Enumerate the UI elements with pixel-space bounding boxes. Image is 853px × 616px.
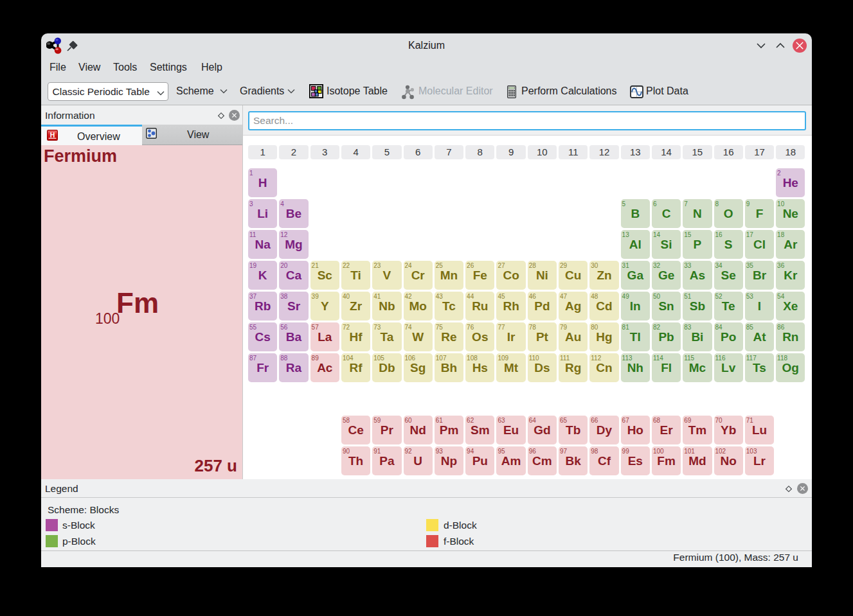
svg-text:H: H [50,131,55,139]
